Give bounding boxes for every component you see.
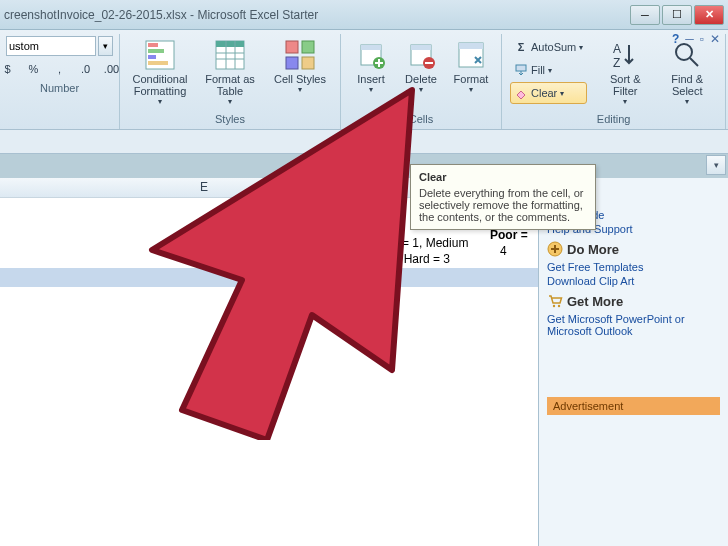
cell-text: asy = 1, Medium	[380, 236, 468, 250]
styles-group: Conditional Formatting▾ Format as Table▾…	[120, 34, 341, 129]
chevron-down-icon: ▾	[228, 97, 232, 106]
chevron-down-icon: ▾	[623, 97, 627, 106]
svg-rect-4	[148, 61, 168, 65]
close-button[interactable]: ✕	[694, 5, 724, 25]
conditional-formatting-icon	[144, 39, 176, 71]
ribbon-help-controls: ? ─ ▫ ✕	[672, 32, 720, 46]
format-as-table-icon	[214, 39, 246, 71]
svg-rect-2	[148, 49, 164, 53]
minimize-button[interactable]: ─	[630, 5, 660, 25]
do-more-header: Do More	[547, 241, 720, 257]
chevron-down-icon: ▾	[548, 66, 552, 75]
shopping-cart-icon	[547, 293, 563, 309]
svg-rect-12	[302, 41, 314, 53]
free-templates-link[interactable]: Get Free Templates	[547, 261, 720, 273]
sort-filter-icon: AZ	[609, 39, 641, 71]
editing-group: Σ AutoSum ▾ Fill ▾ Clear ▾	[502, 34, 726, 129]
formula-expand-icon[interactable]: ▾	[706, 155, 726, 175]
fill-button[interactable]: Fill ▾	[510, 59, 587, 81]
number-group-label: Number	[40, 80, 79, 96]
format-cells-icon	[455, 39, 487, 71]
chevron-down-icon: ▾	[158, 97, 162, 106]
plus-icon	[547, 241, 563, 257]
svg-text:A: A	[613, 42, 621, 56]
cell-text: 4	[500, 244, 507, 258]
number-format-select[interactable]	[6, 36, 96, 56]
ribbon: ▾ $ % , .0 .00 Number Conditional Format…	[0, 30, 728, 130]
delete-cells-icon	[405, 39, 437, 71]
window-controls: ─ ☐ ✕	[630, 5, 724, 25]
svg-point-32	[558, 305, 560, 307]
svg-point-26	[676, 44, 692, 60]
chevron-down-icon: ▾	[419, 85, 423, 94]
svg-point-31	[553, 305, 555, 307]
sigma-icon: Σ	[514, 40, 528, 54]
clip-art-link[interactable]: Download Clip Art	[547, 275, 720, 287]
insert-button[interactable]: Insert▾	[347, 36, 395, 97]
tooltip-body: Delete everything from the cell, or sele…	[419, 187, 587, 223]
svg-rect-11	[286, 41, 298, 53]
tooltip-title: Clear	[419, 171, 587, 183]
chevron-down-icon: ▾	[298, 85, 302, 94]
svg-rect-6	[216, 41, 244, 47]
eraser-icon	[514, 86, 528, 100]
get-office-link[interactable]: Get Microsoft PowerPoint or Microsoft Ou…	[547, 313, 720, 337]
formula-bar[interactable]	[0, 130, 728, 154]
cell-styles-icon	[284, 39, 316, 71]
format-button[interactable]: Format▾	[447, 36, 495, 97]
ribbon-close-icon[interactable]: ✕	[710, 32, 720, 46]
cell-styles-button[interactable]: Cell Styles▾	[266, 36, 334, 97]
ribbon-minimize-icon[interactable]: ─	[685, 32, 694, 46]
maximize-button[interactable]: ☐	[662, 5, 692, 25]
editing-group-label: Editing	[597, 111, 631, 127]
svg-text:Z: Z	[613, 56, 620, 70]
sort-filter-button[interactable]: AZ Sort & Filter▾	[595, 36, 655, 109]
cells-group-label: Cells	[409, 111, 433, 127]
currency-icon[interactable]: $	[0, 58, 20, 80]
format-as-table-button[interactable]: Format as Table▾	[196, 36, 264, 109]
chevron-down-icon: ▾	[469, 85, 473, 94]
get-more-header: Get More	[547, 293, 720, 309]
percent-icon[interactable]: %	[22, 58, 46, 80]
chevron-down-icon: ▾	[685, 97, 689, 106]
title-bar: creenshotInvoice_02-26-2015.xlsx - Micro…	[0, 0, 728, 30]
clear-tooltip: Clear Delete everything from the cell, o…	[410, 164, 596, 230]
conditional-formatting-button[interactable]: Conditional Formatting▾	[126, 36, 194, 109]
selected-row[interactable]	[0, 268, 538, 287]
fill-down-icon	[514, 63, 528, 77]
column-header-E[interactable]: E	[200, 180, 208, 194]
svg-rect-22	[459, 43, 483, 49]
svg-rect-1	[148, 43, 158, 47]
number-format-dropdown-icon[interactable]: ▾	[98, 36, 113, 56]
svg-rect-23	[516, 65, 526, 71]
svg-rect-3	[148, 55, 156, 59]
advertisement-header: Advertisement	[547, 397, 720, 415]
clear-button[interactable]: Clear ▾	[510, 82, 587, 104]
insert-cells-icon	[355, 39, 387, 71]
delete-button[interactable]: Delete▾	[397, 36, 445, 97]
chevron-down-icon: ▾	[579, 43, 583, 52]
svg-rect-19	[411, 45, 431, 50]
chevron-down-icon: ▾	[560, 89, 564, 98]
task-pane: Started arted Guide Help and Support Do …	[538, 178, 728, 546]
cells-group: Insert▾ Delete▾ Format▾ Cells	[341, 34, 502, 129]
find-select-button[interactable]: Find & Select▾	[657, 36, 717, 109]
ribbon-restore-icon[interactable]: ▫	[700, 32, 704, 46]
svg-rect-16	[361, 45, 381, 50]
number-group: ▾ $ % , .0 .00 Number	[0, 34, 120, 129]
autosum-button[interactable]: Σ AutoSum ▾	[510, 36, 587, 58]
styles-group-label: Styles	[215, 111, 245, 127]
increase-decimal-icon[interactable]: .0	[74, 58, 98, 80]
help-icon[interactable]: ?	[672, 32, 679, 46]
chevron-down-icon: ▾	[369, 85, 373, 94]
comma-icon[interactable]: ,	[48, 58, 72, 80]
svg-rect-13	[286, 57, 298, 69]
window-title: creenshotInvoice_02-26-2015.xlsx - Micro…	[4, 8, 630, 22]
svg-rect-14	[302, 57, 314, 69]
cell-text: Poor =	[490, 228, 528, 242]
cell-text: = 2, Hard = 3	[380, 252, 450, 266]
